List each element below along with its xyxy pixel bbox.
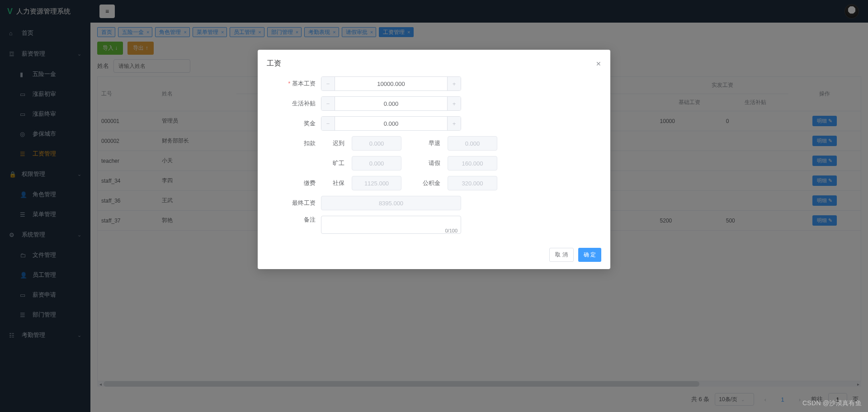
dialog-title: 工资 xyxy=(267,59,281,68)
label-social: 社保 xyxy=(321,179,344,187)
salary-dialog: 工资 ✕ 基本工资 − + 生活补贴 − + 奖金 − + xyxy=(258,50,610,269)
label-late: 迟到 xyxy=(321,139,344,147)
cancel-button[interactable]: 取 消 xyxy=(549,248,573,262)
label-deduction: 扣款 xyxy=(267,139,321,147)
remark-count: 0/100 xyxy=(445,228,458,233)
label-fees: 缴费 xyxy=(267,179,321,187)
watermark: CSDN @沙漠真有鱼 xyxy=(802,399,862,407)
leave-value xyxy=(448,156,497,170)
label-remark: 备注 xyxy=(267,216,321,224)
label-base: 基本工资 xyxy=(267,80,321,88)
base-salary-value[interactable] xyxy=(335,77,447,90)
modal-overlay[interactable]: 工资 ✕ 基本工资 − + 生活补贴 − + 奖金 − + xyxy=(0,0,868,412)
close-icon[interactable]: ✕ xyxy=(596,60,601,67)
label-leave: 请假 xyxy=(409,159,440,167)
increment-button[interactable]: + xyxy=(447,77,461,90)
allowance-value[interactable] xyxy=(335,97,447,110)
late-value xyxy=(352,136,401,151)
label-allowance: 生活补贴 xyxy=(267,99,321,108)
decrement-button[interactable]: − xyxy=(321,77,335,90)
label-final: 最终工资 xyxy=(267,199,321,207)
decrement-button[interactable]: − xyxy=(321,97,335,110)
confirm-button[interactable]: 确 定 xyxy=(578,248,601,262)
fund-value xyxy=(448,176,497,190)
label-bonus: 奖金 xyxy=(267,119,321,128)
absent-value xyxy=(352,156,401,170)
decrement-button[interactable]: − xyxy=(321,117,335,130)
bonus-input[interactable]: − + xyxy=(321,116,461,131)
remark-input[interactable] xyxy=(321,216,461,234)
social-value xyxy=(352,176,401,190)
increment-button[interactable]: + xyxy=(447,117,461,130)
increment-button[interactable]: + xyxy=(447,97,461,110)
base-salary-input[interactable]: − + xyxy=(321,76,461,91)
bonus-value[interactable] xyxy=(335,117,447,130)
label-absent: 旷工 xyxy=(321,159,344,167)
final-salary-value xyxy=(321,196,461,210)
label-early: 早退 xyxy=(409,139,440,147)
allowance-input[interactable]: − + xyxy=(321,96,461,111)
early-value xyxy=(448,136,497,151)
label-fund: 公积金 xyxy=(409,179,440,187)
